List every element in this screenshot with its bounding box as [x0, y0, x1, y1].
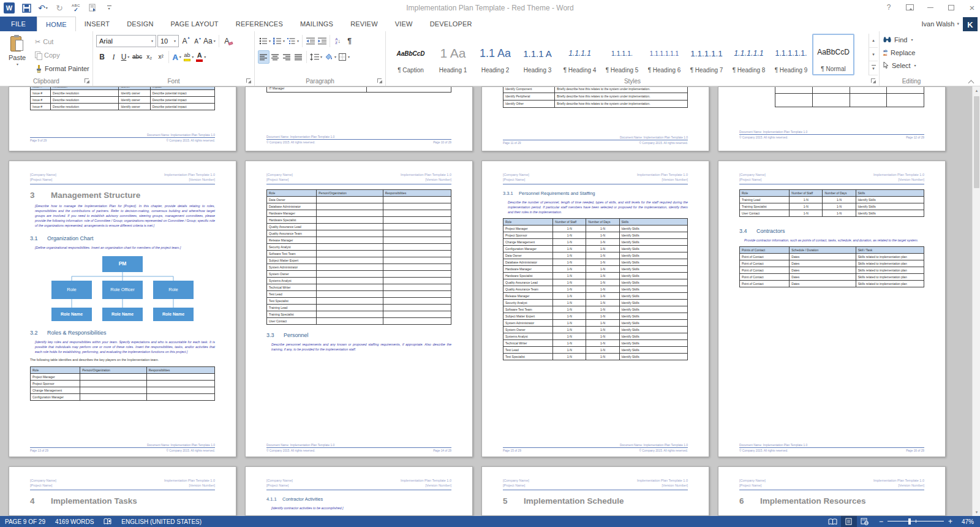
tab-file[interactable]: FILE — [0, 17, 37, 31]
zoom-level[interactable]: 47% — [957, 518, 974, 525]
scroll-up-arrow[interactable]: ▴ — [973, 86, 980, 94]
copy-button[interactable]: Copy — [33, 49, 91, 61]
style-heading-3[interactable]: 1.1.1 AHeading 3 — [516, 34, 559, 75]
touch-mouse-mode-button[interactable] — [88, 2, 97, 14]
sort-button[interactable]: AZ↓ — [332, 34, 344, 48]
find-button[interactable]: Find▾ — [881, 33, 942, 46]
font-color-button[interactable]: A▾ — [195, 50, 207, 64]
text-highlight-button[interactable]: ab▾ — [183, 50, 195, 64]
proofing-status[interactable] — [99, 516, 116, 527]
scroll-down-arrow[interactable]: ▾ — [973, 508, 980, 516]
style-heading-2[interactable]: 1.1 AaHeading 2 — [474, 34, 516, 75]
doc-page-9[interactable]: Issue #ResolutionOwnerImpactIssue #Descr… — [9, 86, 236, 151]
tab-page-layout[interactable]: PAGE LAYOUT — [162, 17, 227, 31]
word-count[interactable]: 4169 WORDS — [50, 516, 99, 527]
font-family-select[interactable]: Arial▾ — [96, 35, 156, 47]
doc-page-15[interactable]: [Company Name][Project Name] Implementat… — [481, 161, 709, 457]
superscript-button[interactable]: x² — [155, 50, 167, 64]
word-logo-icon[interactable]: W — [4, 2, 15, 14]
doc-page-16[interactable]: [Company Name][Project Name] Implementat… — [718, 161, 946, 457]
style-heading-7[interactable]: 1.1.1.1.1¶ Heading 7 — [685, 34, 728, 75]
italic-button[interactable]: I — [108, 50, 119, 64]
page-indicator[interactable]: PAGE 9 OF 29 — [0, 516, 50, 527]
tab-developer[interactable]: DEVELOPER — [421, 17, 481, 31]
style-heading-8[interactable]: 1.1.1.1.1¶ Heading 8 — [728, 34, 770, 75]
style-normal[interactable]: AaBbCcD¶ Normal — [812, 34, 854, 75]
numbering-button[interactable]: ▾ — [272, 34, 286, 48]
redo-button[interactable]: ↻ — [55, 2, 64, 14]
doc-page-13[interactable]: [Company Name][Project Name] Implementat… — [9, 161, 236, 457]
read-mode-button[interactable] — [825, 516, 841, 527]
format-painter-button[interactable]: Format Painter — [33, 63, 91, 75]
doc-page-10[interactable]: IT Manager Document Name: Implementation… — [245, 86, 473, 151]
tab-references[interactable]: REFERENCES — [227, 17, 292, 31]
align-center-button[interactable] — [270, 50, 281, 64]
style-heading-4[interactable]: 1.1.1.1¶ Heading 4 — [559, 34, 601, 75]
style-heading-1[interactable]: 1 AaHeading 1 — [432, 34, 474, 75]
doc-page-14[interactable]: [Company Name][Project Name] Implementat… — [245, 161, 473, 457]
replace-button[interactable]: abac Replace — [881, 46, 942, 59]
align-left-button[interactable] — [258, 50, 270, 64]
web-layout-button[interactable] — [857, 516, 873, 527]
clipboard-dialog-launcher[interactable] — [85, 78, 90, 84]
bold-button[interactable]: B — [96, 50, 108, 64]
doc-page-18[interactable]: [Company Name][Project Name] Implementat… — [245, 466, 473, 516]
decrease-indent-button[interactable] — [304, 34, 316, 48]
zoom-slider[interactable] — [888, 518, 944, 525]
styles-dialog-launcher[interactable] — [871, 78, 876, 84]
spelling-grammar-button[interactable]: ABC✓ — [71, 2, 81, 14]
grow-font-button[interactable]: A▲ — [179, 34, 190, 48]
paragraph-dialog-launcher[interactable] — [377, 78, 383, 84]
tab-insert[interactable]: INSERT — [76, 17, 118, 31]
qat-customize-button[interactable]: ▾ — [104, 2, 114, 14]
restore-button[interactable] — [947, 5, 956, 10]
bullets-button[interactable]: ▾ — [258, 34, 272, 48]
gallery-more-button[interactable]: ▾ — [869, 61, 878, 75]
doc-page-20[interactable]: [Company Name][Project Name] Implementat… — [718, 466, 946, 516]
font-dialog-launcher[interactable] — [246, 78, 252, 84]
line-spacing-button[interactable]: ▾ — [309, 50, 323, 64]
doc-page-11[interactable]: Identify ComponentBriefly describe how t… — [481, 86, 709, 151]
style-caption[interactable]: AaBbCcD¶ Caption — [390, 34, 432, 75]
tab-view[interactable]: VIEW — [386, 17, 421, 31]
borders-button[interactable]: ▾ — [337, 50, 351, 64]
ribbon-display-options-button[interactable] — [905, 4, 914, 10]
strikethrough-button[interactable]: abc — [131, 50, 143, 64]
shading-button[interactable]: ▾ — [323, 50, 337, 64]
tab-mailings[interactable]: MAILINGS — [292, 17, 342, 31]
tab-design[interactable]: DESIGN — [118, 17, 162, 31]
save-button[interactable] — [21, 2, 31, 14]
font-size-select[interactable]: 10▾ — [157, 35, 179, 47]
doc-page-12[interactable]: Document Name: Implementation Plan Templ… — [718, 86, 946, 151]
select-button[interactable]: Select▾ — [881, 59, 942, 72]
language-indicator[interactable]: ENGLISH (UNITED STATES) — [116, 516, 206, 527]
collapse-ribbon-button[interactable] — [968, 78, 974, 83]
increase-indent-button[interactable] — [316, 34, 328, 48]
account-menu[interactable]: Ivan Walsh▾ — [921, 17, 959, 31]
doc-page-19[interactable]: [Company Name][Project Name] Implementat… — [481, 466, 709, 516]
style-heading-9[interactable]: 1.1.1.1.1.¶ Heading 9 — [770, 34, 812, 75]
multilevel-list-button[interactable]: ▾ — [286, 34, 300, 48]
clear-formatting-button[interactable]: A — [221, 34, 233, 48]
style-heading-6[interactable]: 1.1.1.1.1.1¶ Heading 6 — [643, 34, 685, 75]
gallery-scroll-down-button[interactable]: ▾ — [869, 48, 878, 62]
align-right-button[interactable] — [281, 50, 293, 64]
help-button[interactable]: ? — [884, 4, 893, 11]
justify-button[interactable] — [293, 50, 304, 64]
undo-button[interactable]: ↶▾ — [38, 2, 48, 14]
zoom-in-button[interactable]: + — [948, 518, 952, 525]
tab-home[interactable]: HOME — [37, 17, 76, 31]
account-avatar[interactable]: K — [963, 17, 978, 32]
show-hide-paragraph-button[interactable]: ¶ — [344, 34, 355, 48]
text-effects-button[interactable]: A▾ — [171, 50, 183, 64]
cut-button[interactable]: ✂Cut — [33, 36, 91, 48]
doc-page-17[interactable]: [Company Name][Project Name] Implementat… — [9, 466, 236, 516]
tab-review[interactable]: REVIEW — [342, 17, 386, 31]
change-case-button[interactable]: Aa▾ — [202, 34, 217, 48]
zoom-out-button[interactable]: − — [879, 518, 883, 525]
paste-button[interactable]: Paste ▾ — [2, 34, 32, 76]
scrollbar-thumb[interactable] — [974, 96, 979, 188]
print-layout-button[interactable] — [841, 516, 857, 527]
gallery-scroll-up-button[interactable]: ▴ — [869, 34, 878, 48]
close-button[interactable]: × — [968, 3, 976, 12]
